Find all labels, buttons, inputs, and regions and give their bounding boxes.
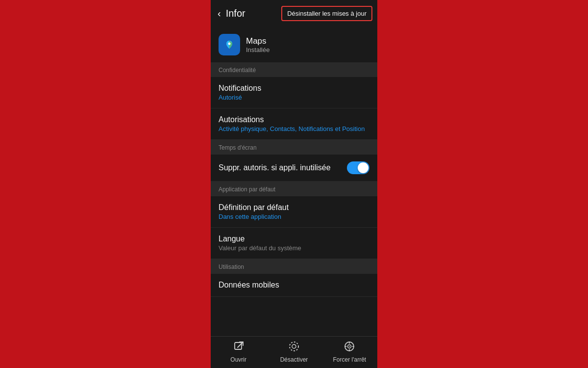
header: ‹ Infor Désinstaller les mises à jour: [211, 0, 377, 27]
nav-ouvrir-label: Ouvrir: [230, 356, 246, 363]
setting-suppr-title: Suppr. autoris. si appli. inutilisée: [219, 163, 347, 172]
toggle-suppr-autoris[interactable]: [347, 161, 369, 174]
setting-definition-defaut[interactable]: Définition par défaut Dans cette applica…: [211, 196, 377, 228]
nav-ouvrir[interactable]: Ouvrir: [211, 341, 266, 363]
section-temps-ecran: Temps d'écran: [211, 140, 377, 155]
setting-autorisations[interactable]: Autorisations Activité physique, Contact…: [211, 108, 377, 140]
setting-autorisations-value: Activité physique, Contacts, Notificatio…: [219, 125, 369, 132]
nav-forcer-arret-label: Forcer l'arrêt: [333, 356, 367, 363]
app-name-group: Maps Installée: [246, 36, 270, 53]
setting-langue-title: Langue: [219, 235, 369, 243]
open-icon: [233, 341, 245, 354]
maps-icon: [222, 37, 237, 52]
setting-autorisations-inner: Autorisations Activité physique, Contact…: [219, 115, 369, 132]
section-app-defaut: Application par défaut: [211, 182, 377, 196]
nav-desactiver[interactable]: Désactiver: [266, 341, 321, 363]
svg-point-4: [292, 344, 296, 348]
section-label-app-defaut: Application par défaut: [219, 186, 275, 193]
app-icon: [219, 34, 240, 55]
setting-langue-value: Valeur par défaut du système: [219, 244, 369, 252]
app-status: Installée: [246, 46, 270, 53]
setting-donnees-inner: Données mobiles: [219, 281, 369, 289]
setting-notifications-title: Notifications: [219, 84, 369, 93]
uninstall-updates-button[interactable]: Désinstaller les mises à jour: [281, 6, 372, 21]
setting-definition-value: Dans cette application: [219, 213, 369, 220]
setting-langue[interactable]: Langue Valeur par défaut du système: [211, 228, 377, 259]
setting-donnees-mobiles[interactable]: Données mobiles: [211, 274, 377, 297]
force-stop-icon: [343, 341, 355, 354]
phone-panel: ‹ Infor Désinstaller les mises à jour Ma…: [211, 0, 377, 368]
setting-notifications-value: Autorisé: [219, 94, 369, 101]
section-utilisation: Utilisation: [211, 259, 377, 274]
setting-suppr-autoris[interactable]: Suppr. autoris. si appli. inutilisée: [211, 155, 377, 182]
section-label-utilisation: Utilisation: [219, 263, 244, 270]
back-button[interactable]: ‹: [216, 6, 223, 21]
deactivate-icon: [288, 341, 300, 354]
setting-definition-title: Définition par défaut: [219, 203, 369, 212]
nav-forcer-arret[interactable]: Forcer l'arrêt: [322, 341, 377, 363]
setting-notifications[interactable]: Notifications Autorisé: [211, 77, 377, 108]
section-label-confidentialite: Confidentialité: [219, 67, 256, 74]
svg-point-3: [290, 342, 298, 351]
section-confidentialite: Confidentialité: [211, 62, 377, 77]
setting-langue-inner: Langue Valeur par défaut du système: [219, 235, 369, 252]
setting-donnees-title: Données mobiles: [219, 281, 369, 289]
setting-notifications-inner: Notifications Autorisé: [219, 84, 369, 101]
app-info-row: Maps Installée: [211, 27, 377, 62]
setting-suppr-inner: Suppr. autoris. si appli. inutilisée: [219, 163, 347, 172]
svg-rect-2: [235, 342, 242, 349]
svg-point-1: [228, 43, 231, 45]
setting-autorisations-title: Autorisations: [219, 115, 369, 124]
setting-definition-inner: Définition par défaut Dans cette applica…: [219, 203, 369, 220]
bottom-nav: Ouvrir Désactiver: [211, 336, 377, 368]
nav-desactiver-label: Désactiver: [280, 356, 308, 363]
svg-point-7: [349, 346, 350, 347]
section-label-temps-ecran: Temps d'écran: [219, 144, 257, 151]
app-name: Maps: [246, 36, 270, 46]
page-title: Infor: [226, 8, 278, 19]
